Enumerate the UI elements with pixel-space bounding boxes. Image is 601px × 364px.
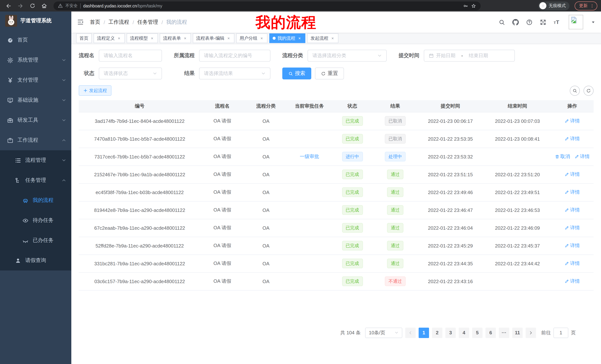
browser-reload-icon[interactable] bbox=[28, 1, 37, 10]
breadcrumb-item[interactable]: 任务管理 bbox=[137, 19, 158, 25]
cell-process-name: OA 请假 bbox=[200, 219, 244, 237]
browser-menu-dots-icon[interactable] bbox=[590, 3, 594, 8]
cell-category: OA bbox=[244, 255, 288, 272]
detail-link[interactable]: 详情 bbox=[565, 260, 580, 267]
browser-back-icon[interactable] bbox=[4, 1, 13, 10]
sidebar-item-todo-tasks[interactable]: 待办任务 bbox=[0, 211, 71, 230]
tab-label: 流程表单 bbox=[163, 35, 181, 41]
breadcrumb-item[interactable]: 首页 bbox=[90, 19, 100, 25]
cell-status: 进行中 bbox=[331, 148, 374, 165]
font-size-icon[interactable]: TT bbox=[553, 19, 560, 25]
sidebar-item-leave-query[interactable]: 请假查询 bbox=[0, 250, 71, 270]
detail-link[interactable]: 详情 bbox=[565, 189, 580, 196]
table-row: 67c2eaab-7b9a-11ec-a290-acde48001122OA 请… bbox=[79, 219, 594, 237]
tab-my-process[interactable]: 我的流程× bbox=[269, 33, 305, 43]
sidebar-item-process-mgmt[interactable]: 流程管理 bbox=[0, 150, 71, 170]
page-button-5[interactable]: 5 bbox=[472, 327, 482, 338]
pages-ellipsis[interactable]: ··· bbox=[499, 327, 509, 338]
reset-button[interactable]: 重置 bbox=[315, 67, 344, 79]
process-name-input[interactable]: 请输入流程名 bbox=[99, 50, 162, 62]
cell-actions: 详情 bbox=[551, 112, 594, 130]
status-select[interactable]: 请选择状态 bbox=[99, 67, 162, 79]
detail-link[interactable]: 详情 bbox=[565, 171, 580, 178]
avatar[interactable] bbox=[569, 15, 583, 29]
close-icon[interactable]: × bbox=[330, 36, 335, 41]
avatar-dropdown-caret-icon[interactable] bbox=[591, 20, 595, 24]
search-button[interactable]: 搜索 bbox=[282, 67, 311, 79]
sidebar-item-system-mgmt[interactable]: 系统管理 bbox=[0, 50, 71, 70]
detail-link[interactable]: 详情 bbox=[565, 118, 580, 124]
close-icon[interactable]: × bbox=[259, 36, 264, 41]
refresh-table-button[interactable] bbox=[583, 86, 594, 96]
next-page-button[interactable] bbox=[526, 327, 536, 338]
sidebar-item-infrastructure[interactable]: 基础设施 bbox=[0, 90, 71, 110]
cancel-link[interactable]: 取消 bbox=[555, 153, 570, 160]
header-search-icon[interactable] bbox=[499, 19, 505, 25]
browser-forward-icon[interactable] bbox=[16, 1, 25, 10]
cell-current-task bbox=[288, 272, 331, 290]
close-icon[interactable]: × bbox=[226, 36, 231, 41]
page-button-2[interactable]: 2 bbox=[432, 327, 442, 338]
result-select[interactable]: 请选择流结果 bbox=[199, 67, 270, 79]
sidebar-item-payment-mgmt[interactable]: 支付管理 bbox=[0, 70, 71, 90]
page-button-1[interactable]: 1 bbox=[419, 327, 429, 338]
current-task-link[interactable]: 一级审批 bbox=[300, 153, 319, 159]
breadcrumb: 首页/工作流程/任务管理/我的流程 bbox=[90, 19, 187, 25]
not-secure-warning-icon[interactable] bbox=[58, 3, 63, 8]
detail-link[interactable]: 详情 bbox=[565, 224, 580, 231]
filter-result: 结果 请选择流结果 bbox=[174, 67, 270, 79]
show-search-button[interactable] bbox=[570, 86, 580, 96]
fullscreen-icon[interactable] bbox=[540, 19, 546, 25]
tab-home[interactable]: 首页 bbox=[76, 33, 92, 43]
process-def-input[interactable]: 请输入流程定义的编号 bbox=[199, 50, 270, 62]
sidebar-item-workflow[interactable]: 工作流程 bbox=[0, 130, 71, 150]
goto-page-input[interactable]: 1 bbox=[553, 327, 568, 338]
close-icon[interactable]: × bbox=[150, 36, 155, 41]
sidebar-item-task-mgmt[interactable]: 任务管理 bbox=[0, 170, 71, 190]
detail-link[interactable]: 详情 bbox=[565, 207, 580, 213]
cell-id: 03c6c157-7b9a-11ec-a290-acde48001122 bbox=[79, 272, 200, 290]
tab-process-form-edit[interactable]: 流程表单-编辑× bbox=[193, 33, 234, 43]
pagination: 共 104 条 10条/页 123456···11 前往 1 页 bbox=[79, 327, 594, 338]
bookmark-star-icon[interactable] bbox=[471, 3, 476, 8]
category-select[interactable]: 请选择流程分类 bbox=[308, 50, 387, 62]
detail-link[interactable]: 详情 bbox=[565, 278, 580, 285]
sidebar-item-dev-tools[interactable]: 研发工具 bbox=[0, 110, 71, 130]
sidebar-item-my-process[interactable]: 我的流程 bbox=[0, 190, 71, 211]
page-button-4[interactable]: 4 bbox=[459, 327, 469, 338]
filter-process-name: 流程名 请输入流程名 bbox=[79, 50, 162, 62]
date-range-input[interactable]: 开始日期 - 结束日期 bbox=[424, 50, 515, 62]
browser-update-button[interactable]: 更新 bbox=[575, 1, 597, 10]
page-size-select[interactable]: 10条/页 bbox=[365, 327, 402, 338]
close-icon[interactable]: × bbox=[183, 36, 188, 41]
detail-link[interactable]: 详情 bbox=[565, 242, 580, 249]
page-button-11[interactable]: 11 bbox=[512, 327, 523, 338]
page-content: 流程名 请输入流程名 所属流程 请输入流程定义的编号 流程分类 请选择流程分类 bbox=[71, 44, 601, 364]
close-icon[interactable]: × bbox=[117, 36, 121, 41]
page-button-3[interactable]: 3 bbox=[445, 327, 456, 338]
close-icon[interactable]: × bbox=[297, 36, 302, 41]
table-row: 52ffd28e-7b9a-11ec-a290-acde48001122OA 请… bbox=[79, 237, 594, 255]
cell-current-task bbox=[288, 237, 331, 255]
browser-home-icon[interactable] bbox=[39, 1, 49, 10]
password-key-icon[interactable] bbox=[463, 3, 468, 8]
sidebar-collapse-icon[interactable] bbox=[77, 19, 84, 26]
address-bar[interactable]: 不安全 dashboard.yudao.iocoder.cn/bpm/task/… bbox=[53, 1, 481, 10]
help-icon[interactable] bbox=[526, 19, 533, 25]
tab-process-model[interactable]: 流程模型× bbox=[127, 33, 158, 43]
breadcrumb-item[interactable]: 工作流程 bbox=[109, 19, 129, 25]
prev-page-button[interactable] bbox=[405, 327, 416, 338]
sidebar-item-done-tasks[interactable]: 已办任务 bbox=[0, 230, 71, 250]
sidebar-item-home[interactable]: 首页 bbox=[0, 30, 71, 50]
action-label: 详情 bbox=[570, 118, 580, 124]
status-badge: 已完成 bbox=[342, 241, 363, 250]
detail-link[interactable]: 详情 bbox=[565, 135, 580, 142]
detail-link[interactable]: 详情 bbox=[574, 153, 590, 160]
tab-start-process[interactable]: 发起流程× bbox=[307, 33, 338, 43]
page-button-6[interactable]: 6 bbox=[485, 327, 496, 338]
create-process-button[interactable]: 发起流程 bbox=[79, 85, 111, 96]
tab-user-group[interactable]: 用户分组× bbox=[236, 33, 267, 43]
tab-process-form[interactable]: 流程表单× bbox=[160, 33, 191, 43]
github-icon[interactable] bbox=[512, 19, 519, 25]
tab-process-definition[interactable]: 流程定义× bbox=[94, 33, 125, 43]
